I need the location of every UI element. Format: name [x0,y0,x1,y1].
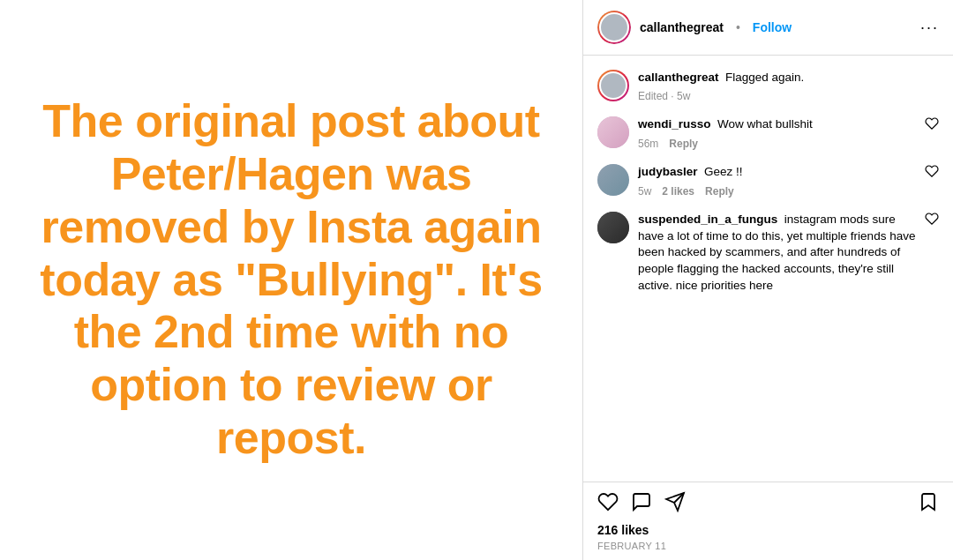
header-avatar[interactable] [597,11,631,44]
comment-likes: 2 likes [662,185,694,198]
like-comment-button[interactable] [925,212,939,228]
comment-username[interactable]: wendi_russo [638,117,711,131]
comment-item: suspended_in_a_fungus instagram mods sur… [597,212,939,295]
comment-time: 5w [638,185,651,198]
like-button[interactable] [597,491,619,518]
comment-body: callanthegreat Flagged again. Edited · 5… [638,70,939,102]
comment-item: judybasler Geez !! 5w 2 likes Reply [597,164,939,198]
post-image-panel: The original post about Peter/Hagen was … [0,0,582,560]
comment-item: wendi_russo Wow what bullshit 56m Reply [597,116,939,150]
comment-avatar[interactable] [597,70,629,101]
comment-meta: 5w 2 likes Reply [638,185,916,198]
comment-time: 56m [638,138,658,150]
comment-body: suspended_in_a_fungus instagram mods sur… [638,212,916,295]
comment-edited: Edited · 5w [638,90,939,102]
comment-username[interactable]: judybasler [638,165,698,178]
action-icons-row [597,491,939,518]
comments-area: callanthegreat Flagged again. Edited · 5… [583,56,953,482]
header-follow-button[interactable]: Follow [753,20,792,34]
post-date: FEBRUARY 11 [597,541,939,551]
header-dot: • [736,20,740,34]
comment-text: wendi_russo Wow what bullshit [638,116,916,133]
reply-button[interactable]: Reply [669,138,698,150]
more-options-button[interactable]: ··· [920,19,939,37]
share-button[interactable] [664,491,686,518]
comment-avatar[interactable] [597,116,629,148]
comments-panel: callanthegreat • Follow ··· callanthegre… [582,0,953,560]
comment-body: judybasler Geez !! 5w 2 likes Reply [638,164,916,198]
comment-text: judybasler Geez !! [638,164,916,181]
comment-item: callanthegreat Flagged again. Edited · 5… [597,70,939,102]
comment-meta: 56m Reply [638,138,916,150]
reply-button[interactable]: Reply [705,185,734,198]
post-text: The original post about Peter/Hagen was … [35,95,547,465]
comment-button[interactable] [631,491,652,518]
like-comment-button[interactable] [925,164,939,181]
comment-text: suspended_in_a_fungus instagram mods sur… [638,212,916,295]
comment-username[interactable]: suspended_in_a_fungus [638,213,777,226]
comment-body: wendi_russo Wow what bullshit 56m Reply [638,116,916,150]
post-header: callanthegreat • Follow ··· [583,0,953,56]
bookmark-button[interactable] [918,491,939,518]
like-comment-button[interactable] [925,116,939,133]
likes-count: 216 likes [597,523,939,537]
comment-avatar[interactable] [597,164,629,196]
post-actions: 216 likes FEBRUARY 11 [583,482,953,560]
header-username[interactable]: callanthegreat [640,20,724,34]
comment-avatar[interactable] [597,212,629,243]
comment-text: callanthegreat Flagged again. [638,70,939,86]
comment-username[interactable]: callanthegreat [638,71,719,84]
